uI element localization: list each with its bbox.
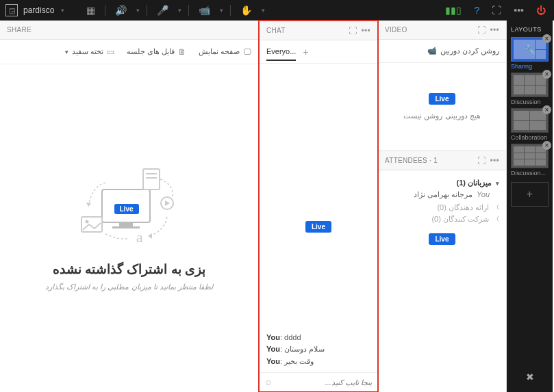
chat-header-title: CHAT <box>266 27 344 34</box>
chat-message: You: dddd <box>266 333 370 341</box>
chat-panel: CHAT ⛶ ••• Everyo... + Live You: dddd Yo… <box>258 20 379 392</box>
svg-rect-3 <box>143 169 160 190</box>
room-dropdown[interactable]: ▾ <box>61 7 64 14</box>
svg-point-9 <box>85 220 88 223</box>
layout-item-collaboration[interactable]: × Collaboration <box>511 108 549 141</box>
fullscreen-icon[interactable]: ⛶ <box>477 25 486 35</box>
chevron-down-icon: ▾ <box>65 49 68 55</box>
camera-icon: 📹 <box>427 47 437 55</box>
attendees-group-hosts[interactable]: ▾ميزبانان (1) <box>385 179 499 187</box>
apps-grid-icon[interactable]: ▦ <box>84 5 98 16</box>
layout-item-discussion[interactable]: × Discussion <box>511 73 549 105</box>
chevron-right-icon: 〉 <box>493 215 499 224</box>
layout-close-icon[interactable]: × <box>542 141 551 150</box>
more-icon[interactable]: ••• <box>490 156 499 166</box>
fullscreen-top-icon[interactable]: ⛶ <box>489 5 504 16</box>
live-badge: Live <box>305 221 331 233</box>
chat-header: CHAT ⛶ ••• <box>260 21 377 40</box>
whiteboard-icon: ▭ <box>107 47 114 57</box>
layout-label: Sharing <box>511 63 549 70</box>
share-tabs: 🖵صفحه نمایش 🗎فایل های جلسه ▭تخته سفید▾ <box>0 40 258 64</box>
svg-marker-11 <box>86 202 91 207</box>
raise-hand-icon[interactable]: ✋ <box>238 5 255 16</box>
share-tab-whiteboard[interactable]: ▭تخته سفید▾ <box>64 47 114 57</box>
share-tab-screen[interactable]: 🖵صفحه نمایش <box>199 47 251 57</box>
video-header: VIDEO ⛶ ••• <box>378 21 506 40</box>
fullscreen-icon[interactable]: ⛶ <box>477 156 486 166</box>
chevron-down-icon: ▾ <box>496 180 499 187</box>
layout-item-sharing[interactable]: 🔧 × Sharing <box>511 37 549 70</box>
share-tab-files[interactable]: 🗎فایل های جلسه <box>127 47 186 57</box>
layout-close-icon[interactable]: × <box>542 70 551 79</box>
more-icon[interactable]: ••• <box>361 26 370 36</box>
share-illustration: a Live <box>71 166 188 248</box>
chevron-right-icon: 〉 <box>493 203 499 212</box>
svg-rect-1 <box>119 222 133 226</box>
microphone-icon[interactable]: 🎤 <box>154 5 171 16</box>
svg-rect-2 <box>112 226 140 228</box>
more-top-icon[interactable]: ••• <box>511 5 527 16</box>
video-header-title: VIDEO <box>385 26 473 34</box>
wrench-icon: 🔧 <box>525 44 536 55</box>
video-tab-camera-on[interactable]: روشن کردن دوربین📹 <box>427 47 499 55</box>
svg-marker-12 <box>148 233 152 239</box>
video-empty-text: هيچ دوربينی روشن نيست <box>403 112 480 120</box>
camera-icon[interactable]: 📹 <box>196 5 213 16</box>
attendees-header: ATTENDEES · 1 ⛶ ••• <box>378 151 506 170</box>
live-badge: Live <box>429 93 455 105</box>
share-empty-sub: لطفا منتظر بمانيد تا ميزبان مطلبی را به … <box>45 283 213 291</box>
layouts-sidebar: LAYOUTS 🔧 × Sharing × Discussion × Colla… <box>507 21 553 392</box>
top-bar: ◲ pardisco ▾ ▦ 🔊▾ 🎤▾ 📹▾ ✋▾ ▮▮▯ ? ⛶ ••• ⏻ <box>0 0 554 21</box>
chat-input-row: ☺ <box>260 372 377 391</box>
chat-tab-everyone[interactable]: Everyo... <box>266 47 296 61</box>
layout-label: Collaboration <box>511 134 549 141</box>
attendees-count: 1 <box>433 157 438 164</box>
speaker-icon[interactable]: 🔊 <box>112 5 129 16</box>
svg-marker-7 <box>165 200 170 206</box>
attendee-row[interactable]: You مرجانه بهرامی نژاد <box>385 190 490 199</box>
power-icon[interactable]: ⏻ <box>533 5 549 16</box>
app-logo-icon: ◲ <box>5 4 18 16</box>
connection-icon[interactable]: ▮▮▯ <box>442 5 464 16</box>
layout-close-icon[interactable]: × <box>542 34 551 43</box>
chat-input[interactable] <box>277 378 372 387</box>
layout-label: Discussion... <box>511 170 549 177</box>
attendees-group-participants[interactable]: 〉شركت كنندگان (0) <box>385 215 499 224</box>
chat-messages: You: dddd You: سلام دوستان You: وقت بخير <box>260 326 377 372</box>
chat-message: You: وقت بخير <box>266 357 370 366</box>
room-name: pardisco <box>23 5 54 15</box>
live-badge: Live <box>114 204 139 214</box>
attendees-panel: ATTENDEES · 1 ⛶ ••• ▾ميزبانان (1) You مر… <box>378 151 506 392</box>
document-icon: 🗎 <box>178 47 186 57</box>
svg-text:a: a <box>136 228 143 246</box>
fullscreen-icon[interactable]: ⛶ <box>349 26 357 36</box>
chat-message: You: سلام دوستان <box>266 345 370 354</box>
tools-icon[interactable]: ✖ <box>507 366 553 388</box>
layout-item-discussion2[interactable]: × Discussion... <box>511 144 549 177</box>
monitor-icon: 🖵 <box>243 47 251 57</box>
share-header-title: SHARE <box>7 26 251 34</box>
share-header: SHARE <box>0 21 258 40</box>
help-icon[interactable]: ? <box>471 5 482 16</box>
more-icon[interactable]: ••• <box>490 25 499 35</box>
layout-label: Discussion <box>511 99 549 105</box>
share-panel: SHARE 🖵صفحه نمایش 🗎فایل های جلسه ▭تخته س… <box>0 21 259 392</box>
live-badge: Live <box>429 233 455 245</box>
video-panel: VIDEO ⛶ ••• روشن کردن دوربین📹 Live هيچ د… <box>378 21 506 151</box>
emoji-icon[interactable]: ☺ <box>264 378 273 387</box>
layout-add-button[interactable]: + <box>511 182 549 207</box>
share-empty-heading: ېزی به اشتراک گذاشته نشده <box>53 261 205 277</box>
chat-add-tab[interactable]: + <box>303 47 308 57</box>
attendees-header-title: ATTENDEES <box>385 157 427 164</box>
attendees-group-presenters[interactable]: 〉ارائه دهندگان (0) <box>385 203 499 212</box>
layout-close-icon[interactable]: × <box>542 105 551 114</box>
